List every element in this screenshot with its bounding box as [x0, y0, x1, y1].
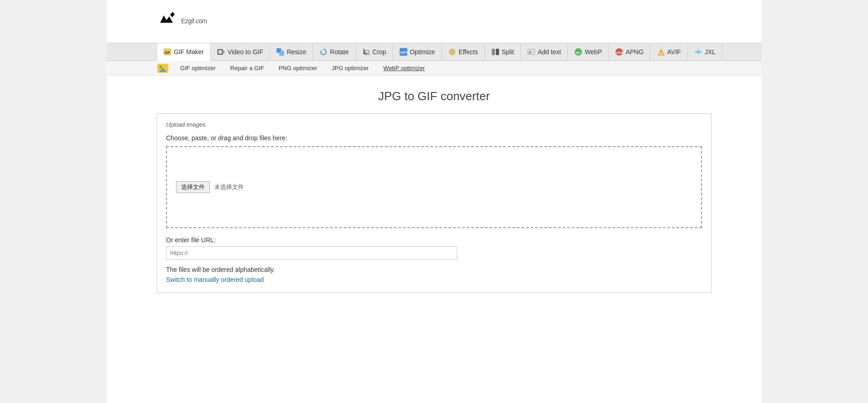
sub-nav-repair-gif[interactable]: Repair a GIF — [223, 61, 271, 75]
svg-marker-3 — [223, 51, 225, 53]
nav-label-add-text: Add text — [538, 48, 561, 56]
upload-box: Upload images Choose, paste, or drag and… — [156, 113, 712, 293]
nav-item-jxl[interactable]: JXL — [688, 43, 722, 61]
nav-label-gif-maker: GIF Maker — [174, 48, 204, 56]
upload-section-title: Upload images — [166, 121, 702, 128]
avif-icon: AVI — [657, 48, 665, 56]
main-content: JPG to GIF converter Upload images Choos… — [106, 76, 762, 311]
url-section: Or enter file URL: — [166, 236, 702, 260]
nav-item-add-text[interactable]: A Add text — [521, 43, 568, 61]
logo-text: Ezgif.com — [181, 12, 207, 26]
svg-rect-10 — [365, 51, 369, 55]
order-info: The files will be ordered alphabetically… — [166, 266, 702, 273]
addtext-icon: A — [527, 48, 535, 56]
svg-point-29 — [159, 66, 162, 68]
url-label: Or enter file URL: — [166, 236, 702, 244]
svg-rect-17 — [496, 49, 499, 55]
nav-label-jxl: JXL — [705, 48, 716, 56]
nav-label-webp: WebP — [585, 48, 602, 56]
nav-item-rotate[interactable]: Rotate — [313, 43, 355, 61]
order-link[interactable]: Switch to manually ordered upload — [166, 276, 702, 283]
optimize-icon: OPT — [399, 48, 408, 56]
sub-nav-webp-optimizer[interactable]: WebP optimizer — [376, 61, 432, 75]
url-input[interactable] — [166, 246, 457, 260]
nav-label-avif: AVIF — [667, 48, 681, 56]
svg-text:AVI: AVI — [659, 52, 663, 55]
nav-item-crop[interactable]: Crop — [356, 43, 393, 61]
webp-icon: WP — [574, 48, 582, 56]
nav-item-effects[interactable]: Effects — [442, 43, 485, 61]
site-logo[interactable]: Ezgif.com — [156, 8, 712, 30]
nav-label-crop: Crop — [373, 48, 386, 56]
svg-text:APNG: APNG — [616, 51, 623, 54]
video-icon — [217, 48, 225, 56]
nav-label-rotate: Rotate — [330, 48, 348, 56]
upload-instruction: Choose, paste, or drag and drop files he… — [166, 134, 702, 142]
nav-item-avif[interactable]: AVI AVIF — [651, 43, 688, 61]
svg-text:GIF: GIF — [165, 51, 170, 54]
svg-marker-7 — [321, 50, 323, 52]
page-title: JPG to GIF converter — [156, 89, 712, 103]
nav-item-optimize[interactable]: OPT Optimize — [393, 43, 442, 61]
rotate-icon — [319, 48, 328, 56]
svg-point-15 — [451, 51, 453, 53]
drop-zone[interactable]: 选择文件 未选择文件 — [166, 146, 702, 228]
nav-item-gif-maker[interactable]: GIF GIF Maker — [156, 43, 211, 61]
sub-nav-icon — [156, 62, 169, 75]
nav-item-video-to-gif[interactable]: Video to GIF — [211, 43, 270, 61]
nav-item-webp[interactable]: WP WebP — [568, 43, 609, 61]
sub-nav: GIF optimizer Repair a GIF PNG optimizer… — [106, 61, 762, 76]
nav-item-resize[interactable]: Resize — [270, 43, 313, 61]
svg-text:WP: WP — [575, 51, 580, 54]
effects-icon — [448, 48, 456, 56]
nav-label-video-to-gif: Video to GIF — [227, 48, 263, 56]
nav-item-apng[interactable]: APNG APNG — [609, 43, 651, 61]
nav-label-apng: APNG — [626, 48, 644, 56]
jxl-icon — [694, 48, 702, 56]
no-file-chosen-text: 未选择文件 — [214, 183, 244, 191]
gif-icon: GIF — [163, 48, 172, 56]
main-nav: GIF GIF Maker Video to GIF Resize Rotate — [106, 43, 762, 61]
crop-icon — [362, 48, 370, 56]
sub-nav-gif-optimizer[interactable]: GIF optimizer — [173, 61, 223, 75]
svg-text:A: A — [529, 50, 531, 55]
sub-nav-png-optimizer[interactable]: PNG optimizer — [271, 61, 324, 75]
apng-icon: APNG — [615, 48, 623, 56]
svg-rect-4 — [218, 50, 222, 54]
logo-icon — [156, 8, 178, 30]
split-icon — [491, 48, 500, 56]
choose-file-button[interactable]: 选择文件 — [176, 181, 210, 193]
nav-item-split[interactable]: Split — [485, 43, 521, 61]
svg-rect-6 — [279, 51, 284, 56]
nav-label-split: Split — [502, 48, 514, 56]
nav-label-resize: Resize — [287, 48, 306, 56]
nav-label-effects: Effects — [459, 48, 478, 56]
svg-text:OPT: OPT — [400, 51, 408, 55]
resize-icon — [276, 48, 284, 56]
sub-nav-jpg-optimizer[interactable]: JPG optimizer — [324, 61, 376, 75]
nav-label-optimize: Optimize — [410, 48, 435, 56]
svg-rect-16 — [492, 49, 495, 55]
